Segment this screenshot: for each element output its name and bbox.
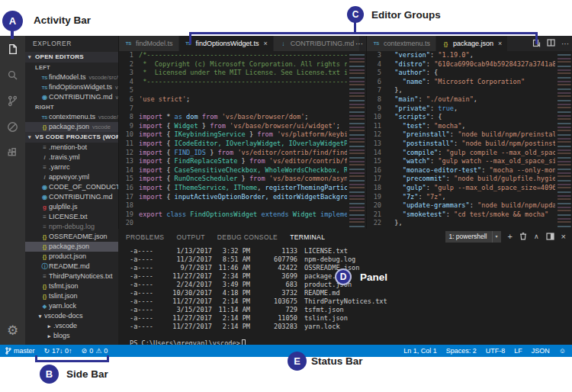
new-terminal-button[interactable]: + <box>508 233 513 241</box>
code-line: 2 * Copyright (c) Microsoft Corporation.… <box>119 60 366 69</box>
panel-tab-debug-console[interactable]: DEBUG CONSOLE <box>217 233 278 241</box>
feedback-smiley-icon[interactable]: ☺ <box>559 347 566 355</box>
minimap-right[interactable] <box>555 51 572 229</box>
terminal-select[interactable]: 1: powershell▾ <box>445 231 500 243</box>
code-line: 8import * as dom from 'vs/base/browser/d… <box>119 113 366 122</box>
list-file-icon: ≡ <box>40 143 49 153</box>
split-editor-icon[interactable] <box>547 39 555 48</box>
editor-group-left: TSfindModel.tsTSfindOptionsWidget.ts×↓CO… <box>118 36 366 229</box>
encoding-indicator[interactable]: UTF-8 <box>486 347 506 355</box>
file-name: package.json <box>49 123 89 130</box>
json-file-icon: {} <box>40 232 49 242</box>
file-name: .vscode <box>53 322 77 329</box>
code-line: 10import { IKeybindingService } from 'vs… <box>119 130 366 140</box>
folder-row[interactable]: ▸blogs <box>25 331 118 341</box>
code-line: 16 "monaco-editor-test": "mocha --only-m… <box>367 166 572 175</box>
folder-row[interactable]: ▾vscode-docs <box>25 311 118 321</box>
kill-terminal-icon[interactable] <box>519 232 527 242</box>
file-row[interactable]: ◆yarn.lock <box>25 301 118 311</box>
tab-package.json[interactable]: {}package.json× <box>436 36 508 51</box>
editor-code-right[interactable]: 3 "version": "1.19.0",4 "distro": "610ca… <box>367 51 572 229</box>
terminal-cell: 1/13/2017 <box>159 247 212 255</box>
json-file-icon: {} <box>40 242 49 252</box>
file-row[interactable]: ≡npm-debug.log <box>25 222 118 232</box>
line-number: 1 <box>119 51 139 60</box>
file-row[interactable]: ≡LICENSE.txt <box>25 212 118 222</box>
terminal-cell: -a---- <box>130 297 159 306</box>
search-icon[interactable] <box>0 62 25 88</box>
open-editor-item[interactable]: {}package.jsonvscode <box>25 122 118 132</box>
file-row[interactable]: ≡ThirdPartyNotices.txt <box>25 272 118 281</box>
debug-icon[interactable] <box>0 114 25 140</box>
ts-file-icon: TS <box>40 73 49 82</box>
problems-indicator[interactable]: ⊘ 0 ⚠ 0 <box>82 347 108 355</box>
git-branch-indicator[interactable]: master <box>5 347 35 355</box>
terminal-listing-row: -a----11/27/20172:14 PM11050tslint.json <box>130 314 572 323</box>
code-line: 7 <box>119 104 366 114</box>
extensions-icon[interactable] <box>0 140 25 165</box>
file-row[interactable]: {}OSSREADME.json <box>25 232 118 242</box>
panel-tab-output[interactable]: OUTPUT <box>176 233 204 241</box>
close-tab-icon[interactable]: × <box>498 40 502 47</box>
maximize-panel-icon[interactable]: ∧ <box>534 233 539 240</box>
file-row[interactable]: ggulpfile.js <box>25 202 118 212</box>
folder-file-icon: ▾ <box>36 311 44 321</box>
line-number: 11 <box>119 140 139 149</box>
line-number: 3 <box>367 51 387 60</box>
open-editor-item[interactable]: TSfindModel.tsvscode/src/vs/... <box>25 72 118 82</box>
terminal-output[interactable]: -a----1/13/20173:32 PM1133LICENSE.txt-a-… <box>118 247 572 345</box>
more-actions-icon[interactable]: ··· <box>355 40 363 48</box>
terminal-listing-row: -a----9/7/201711:46 AM42422OSSREADME.jso… <box>130 264 572 272</box>
folder-row[interactable]: ▸.vscode <box>25 321 118 331</box>
line-number: 4 <box>119 78 139 87</box>
line-content: import { inputActiveOptionBorder, editor… <box>139 193 366 202</box>
file-row[interactable]: {}product.json <box>25 252 118 262</box>
language-mode-indicator[interactable]: JSON <box>532 347 550 355</box>
minimap-left[interactable] <box>347 51 366 229</box>
line-number: 7 <box>367 86 387 95</box>
file-row[interactable]: {}tsfmt.json <box>25 281 118 291</box>
file-row[interactable]: ◉CONTRIBUTING.md <box>25 192 118 202</box>
tab-findModel.ts[interactable]: TSfindModel.ts <box>119 36 179 51</box>
file-name: tslint.json <box>49 292 78 300</box>
tab-findOptionsWidget.ts[interactable]: TSfindOptionsWidget.ts× <box>179 36 274 51</box>
file-row[interactable]: ≡.mention-bot <box>25 143 118 153</box>
file-row[interactable]: /.travis.yml <box>25 153 118 162</box>
file-row[interactable]: {}package.json <box>25 242 118 252</box>
split-panel-icon[interactable] <box>546 233 554 242</box>
code-line: 19export class FindOptionsWidget extends… <box>119 210 366 220</box>
close-tab-icon[interactable]: × <box>264 40 268 47</box>
sync-indicator[interactable]: ↻ 17↓ 0↑ <box>44 347 72 355</box>
terminal-cell: ThirdPartyNotices.txt <box>297 297 572 306</box>
editor-code-left[interactable]: 1/*-------------------------------------… <box>119 51 366 229</box>
code-line: 12 "preinstall": "node build/npm/preinst… <box>367 130 572 140</box>
tab-CONTRIBUTING.md[interactable]: ↓CONTRIBUTING.md <box>274 36 361 51</box>
terminal-cell: 11/27/2017 <box>159 314 212 323</box>
line-number: 18 <box>367 184 387 193</box>
terminal-cell: 2:14 PM <box>212 297 250 306</box>
file-row[interactable]: ≡.yarnrc <box>25 162 118 172</box>
settings-gear-icon[interactable]: ⚙ <box>0 320 25 340</box>
open-editor-item[interactable]: ◉CONTRIBUTING.mdvscode <box>25 92 118 102</box>
eol-indicator[interactable]: LF <box>514 347 522 355</box>
file-row[interactable]: ⓘREADME.md <box>25 262 118 272</box>
log-file-icon: ≡ <box>40 222 49 232</box>
more-actions-icon[interactable]: ··· <box>561 40 569 48</box>
open-editor-item[interactable]: TSfindOptionsWidget.tsvsco... <box>25 82 118 92</box>
tab-contextmenu.ts[interactable]: TScontextmenu.ts <box>367 36 436 51</box>
close-panel-icon[interactable]: × <box>561 233 566 241</box>
file-row[interactable]: ◉CODE_OF_CONDUCT.md <box>25 182 118 192</box>
workspace-header[interactable]: ▾VS CODE PROJECTS (WORKSPACE) <box>25 132 118 143</box>
source-control-icon[interactable] <box>0 88 25 114</box>
file-row[interactable]: /appveyor.yml <box>25 172 118 182</box>
terminal-prompt[interactable]: PS C:\Users\gregvanl\vscode> <box>130 339 572 345</box>
explorer-icon[interactable] <box>0 36 25 62</box>
indentation-indicator[interactable]: Spaces: 2 <box>446 347 477 355</box>
open-editors-header[interactable]: ▾OPEN EDITORS <box>25 52 118 63</box>
file-row[interactable]: {}tslint.json <box>25 291 118 301</box>
panel-tab-terminal[interactable]: TERMINAL <box>290 233 325 241</box>
file-path-detail: vscode <box>92 124 111 130</box>
open-editor-item[interactable]: TScontextmenu.tsvscode/src/... <box>25 112 118 122</box>
panel-tab-problems[interactable]: PROBLEMS <box>126 233 164 241</box>
cursor-position[interactable]: Ln 1, Col 1 <box>403 347 437 355</box>
